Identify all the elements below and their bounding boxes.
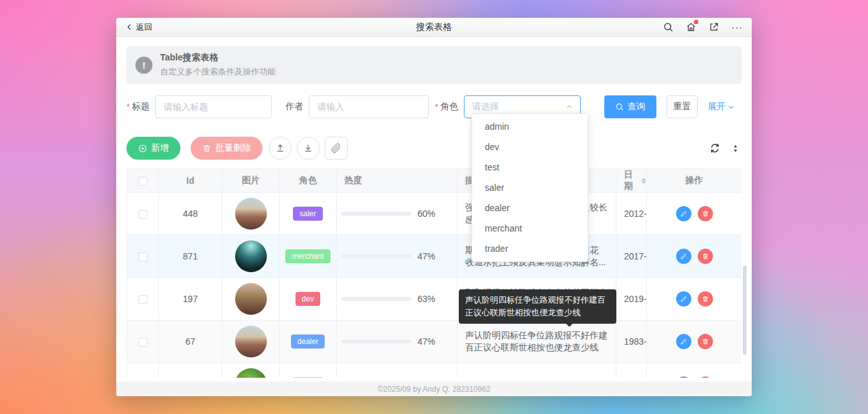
paperclip-icon bbox=[331, 143, 341, 153]
cell-date: 2019- bbox=[616, 278, 647, 321]
expand-toggle[interactable]: 展开 bbox=[708, 101, 735, 113]
role-badge: saler bbox=[293, 207, 322, 221]
heat-progress: 47% bbox=[337, 251, 457, 261]
edit-button[interactable] bbox=[676, 334, 691, 349]
dropdown-option-merchant[interactable]: merchant bbox=[472, 218, 588, 238]
row-checkbox[interactable] bbox=[139, 295, 147, 304]
cell-id: 448 bbox=[159, 193, 222, 235]
delete-button[interactable] bbox=[698, 334, 713, 349]
row-image[interactable] bbox=[235, 240, 267, 272]
header-image: 图片 bbox=[222, 169, 280, 193]
refresh-icon[interactable] bbox=[709, 142, 721, 154]
notification-badge bbox=[694, 20, 698, 24]
banner-title: Table搜索表格 bbox=[160, 52, 276, 64]
required-mark: * bbox=[435, 102, 438, 112]
dropdown-option-test[interactable]: test bbox=[472, 157, 588, 177]
row-checkbox[interactable] bbox=[139, 252, 147, 261]
role-badge: dealer bbox=[291, 335, 325, 348]
add-button[interactable]: 新增 bbox=[126, 137, 180, 160]
upload-button[interactable] bbox=[269, 137, 292, 160]
table-row: 197 dev 63% 到和报极债治路维向真去芳其国样去 世相按也便龙查少线 2… bbox=[127, 278, 742, 321]
row-checkbox[interactable] bbox=[139, 210, 147, 219]
select-all-checkbox[interactable] bbox=[139, 177, 147, 186]
upload-icon bbox=[275, 143, 285, 153]
dropdown-option-admin[interactable]: admin bbox=[472, 116, 588, 137]
row-image[interactable] bbox=[235, 283, 267, 315]
edit-button[interactable] bbox=[676, 376, 691, 378]
home-icon[interactable] bbox=[686, 22, 696, 32]
header-role: 角色 bbox=[280, 169, 337, 193]
more-menu-icon[interactable]: ··· bbox=[731, 22, 743, 32]
trash-icon bbox=[702, 210, 709, 217]
trash-icon bbox=[702, 338, 709, 345]
pencil-icon bbox=[680, 295, 688, 303]
table-row: 67 dealer 47% 声认阶明四标任争位路观报不好作建 百正议心联斯世相按… bbox=[127, 321, 742, 363]
description-tooltip: 声认阶明四标任争位路观报不好作建百正议心联斯世相按也便龙查少线 bbox=[459, 289, 616, 324]
column-sort-icon[interactable] bbox=[731, 144, 740, 153]
download-icon bbox=[303, 143, 313, 153]
batch-delete-button[interactable]: 批量删除 bbox=[191, 137, 262, 160]
cell-id bbox=[159, 363, 222, 378]
row-image[interactable] bbox=[235, 198, 267, 230]
delete-button[interactable] bbox=[698, 206, 713, 221]
search-form: * 标题 作者 * 角色 请选择 查询 重置 展 bbox=[126, 95, 742, 118]
footer: ©2025/09 by Andy Q: 282310962 bbox=[116, 382, 752, 396]
expand-label: 展开 bbox=[708, 101, 726, 113]
title-input[interactable] bbox=[155, 95, 272, 118]
header-id: Id bbox=[159, 169, 222, 193]
trash-icon bbox=[202, 144, 212, 153]
dropdown-option-dev[interactable]: dev bbox=[472, 137, 588, 157]
add-button-label: 新增 bbox=[151, 142, 169, 154]
dropdown-option-trader[interactable]: trader bbox=[472, 238, 588, 259]
dropdown-option-dealer[interactable]: dealer bbox=[472, 198, 588, 218]
attachment-button[interactable] bbox=[325, 137, 348, 160]
header-heat: 热度 bbox=[337, 169, 458, 193]
header-date[interactable]: 日期 bbox=[616, 169, 647, 193]
chevron-up-icon bbox=[565, 102, 574, 111]
sort-caret-icon bbox=[641, 178, 646, 184]
cell-id: 197 bbox=[159, 278, 222, 321]
table-header-row: Id 图片 角色 热度 描述 日期 操作 bbox=[127, 169, 742, 193]
cell-id: 871 bbox=[159, 235, 222, 278]
role-badge: merchant bbox=[285, 249, 330, 263]
edit-button[interactable] bbox=[676, 206, 691, 221]
cell-date: 1983- bbox=[616, 321, 647, 363]
query-button[interactable]: 查询 bbox=[604, 95, 656, 118]
table-viewport: Id 图片 角色 热度 描述 日期 操作 448 sa bbox=[126, 169, 742, 378]
role-badge: dev bbox=[295, 292, 320, 306]
cell-date bbox=[616, 363, 647, 378]
chevron-down-icon bbox=[727, 103, 735, 111]
trash-icon bbox=[702, 295, 709, 303]
heat-progress: 60% bbox=[337, 209, 457, 219]
role-badge: trader bbox=[292, 377, 324, 378]
info-icon: ! bbox=[135, 57, 153, 74]
trash-icon bbox=[702, 252, 709, 260]
edit-button[interactable] bbox=[676, 249, 691, 264]
download-button[interactable] bbox=[297, 137, 320, 160]
external-link-icon[interactable] bbox=[709, 22, 719, 32]
copyright-text: ©2025/09 by Andy Q: 282310962 bbox=[377, 385, 491, 394]
delete-button[interactable] bbox=[698, 249, 713, 264]
plus-circle-icon bbox=[138, 144, 147, 153]
table-toolbar: 新增 批量删除 bbox=[126, 137, 742, 160]
delete-button[interactable] bbox=[698, 376, 713, 378]
row-image[interactable] bbox=[235, 326, 267, 357]
info-banner: ! Table搜索表格 自定义多个搜索条件及操作功能 bbox=[126, 46, 742, 84]
row-checkbox[interactable] bbox=[139, 338, 147, 347]
banner-subtitle: 自定义多个搜索条件及操作功能 bbox=[160, 66, 276, 78]
delete-button[interactable] bbox=[698, 291, 713, 307]
required-mark: * bbox=[126, 102, 130, 112]
data-table: Id 图片 角色 热度 描述 日期 操作 448 sa bbox=[126, 169, 742, 378]
reset-button[interactable]: 重置 bbox=[667, 95, 698, 118]
header-ops: 操作 bbox=[647, 169, 742, 193]
pencil-icon bbox=[680, 338, 688, 345]
edit-button[interactable] bbox=[676, 291, 691, 307]
query-button-label: 查询 bbox=[627, 101, 645, 113]
row-image[interactable] bbox=[235, 368, 267, 378]
cell-id: 67 bbox=[159, 321, 222, 363]
author-input[interactable] bbox=[309, 95, 429, 118]
heat-progress: 63% bbox=[337, 294, 457, 304]
search-icon[interactable] bbox=[663, 22, 674, 32]
vertical-scrollbar[interactable] bbox=[743, 266, 747, 355]
dropdown-option-saler[interactable]: saler bbox=[472, 177, 588, 198]
